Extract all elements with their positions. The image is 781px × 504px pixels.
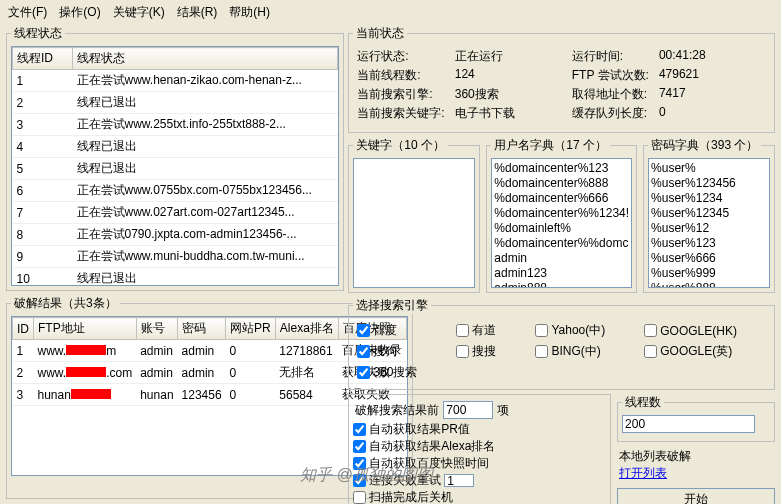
engine-yahoo[interactable]: Yahoo(中) <box>535 322 634 339</box>
chk-engine-yahoo[interactable] <box>535 324 548 337</box>
table-row[interactable]: 4线程已退出 <box>13 136 338 158</box>
engine-label: Yahoo(中) <box>551 322 605 339</box>
engine-label: 有道 <box>472 322 496 339</box>
thread-count-title: 线程数 <box>622 394 664 411</box>
opt-suffix: 项 <box>497 402 509 419</box>
thread-count-input[interactable] <box>622 415 755 433</box>
lbl-shutdown: 扫描完成后关机 <box>369 489 453 504</box>
keyword-list[interactable] <box>353 158 475 288</box>
table-row[interactable]: 1www.madminadmin012718861百度未收录 <box>13 340 407 362</box>
col-thread-id[interactable]: 线程ID <box>13 48 73 70</box>
list-item[interactable]: %user%123456 <box>651 176 767 191</box>
col-user[interactable]: 账号 <box>136 318 177 340</box>
list-item[interactable]: %user%999 <box>651 266 767 281</box>
engine-360[interactable]: 360搜索 <box>357 364 446 381</box>
keyword-dict-panel: 关键字（10 个） <box>348 137 480 293</box>
list-item[interactable]: %domaincenter%666 <box>494 191 629 206</box>
list-item[interactable]: %user%12 <box>651 221 767 236</box>
list-item[interactable]: admin123 <box>494 266 629 281</box>
engine-sogou[interactable]: 搜狗 <box>357 343 446 360</box>
table-row[interactable]: 9正在尝试www.muni-buddha.com.tw-muni... <box>13 246 338 268</box>
list-item[interactable]: %user%666 <box>651 251 767 266</box>
chk-alexa[interactable] <box>353 440 366 453</box>
chk-engine-360[interactable] <box>357 366 370 379</box>
lbl-run-time: 运行时间: <box>572 48 649 65</box>
crack-result-title: 破解结果（共3条） <box>11 295 120 312</box>
table-row[interactable]: 2线程已退出 <box>13 92 338 114</box>
chk-engine-sogou[interactable] <box>357 345 370 358</box>
table-row[interactable]: 1正在尝试www.henan-zikao.com-henan-z... <box>13 70 338 92</box>
list-item[interactable]: %user% <box>651 161 767 176</box>
col-ftp[interactable]: FTP地址 <box>34 318 137 340</box>
chk-pr[interactable] <box>353 423 366 436</box>
list-item[interactable]: %user%12345 <box>651 206 767 221</box>
table-row[interactable]: 5线程已退出 <box>13 158 338 180</box>
chk-baidu[interactable] <box>353 457 366 470</box>
lbl-alexa: 自动获取结果Alexa排名 <box>369 438 495 455</box>
pwd-list[interactable]: %user%%user%123456%user%1234%user%12345%… <box>648 158 770 288</box>
options-panel: 破解搜索结果前 项 自动获取结果PR值 自动获取结果Alexa排名 自动获取百度… <box>348 394 611 504</box>
val-thread-count: 124 <box>455 67 562 84</box>
pwd-dict-panel: 密码字典（393 个） %user%%user%123456%user%1234… <box>643 137 775 293</box>
engine-label: 百度 <box>373 322 397 339</box>
chk-engine-googlehk[interactable] <box>644 324 657 337</box>
val-run-time: 00:41:28 <box>659 48 766 65</box>
chk-engine-soso[interactable] <box>456 345 469 358</box>
chk-shutdown[interactable] <box>353 491 366 504</box>
menu-file[interactable]: 文件(F) <box>8 4 47 21</box>
lbl-got-urls: 取得地址个数: <box>572 86 649 103</box>
open-list-link[interactable]: 打开列表 <box>619 466 667 480</box>
table-row[interactable]: 3hunanhunan123456056584获取失败 <box>13 384 407 406</box>
user-list[interactable]: %domaincenter%123%domaincenter%888%domai… <box>491 158 632 288</box>
table-row[interactable]: 3正在尝试www.255txt.info-255txt888-2... <box>13 114 338 136</box>
engine-title: 选择搜索引擎 <box>353 297 431 314</box>
retry-count-input[interactable] <box>444 474 474 487</box>
chk-engine-youdao[interactable] <box>456 324 469 337</box>
thread-status-title: 线程状态 <box>11 25 65 42</box>
val-ftp-tries: 479621 <box>659 67 766 84</box>
list-item[interactable]: %domaincenter%123 <box>494 161 629 176</box>
menu-result[interactable]: 结果(R) <box>177 4 218 21</box>
col-pr[interactable]: 网站PR <box>226 318 276 340</box>
menu-bar: 文件(F) 操作(O) 关键字(K) 结果(R) 帮助(H) <box>0 0 781 25</box>
table-row[interactable]: 2www..comadminadmin0无排名获取失败 <box>13 362 407 384</box>
list-item[interactable]: %domainleft% <box>494 221 629 236</box>
opt-count-input[interactable] <box>443 401 493 419</box>
engine-bing[interactable]: BING(中) <box>535 343 634 360</box>
engine-label: BING(中) <box>551 343 600 360</box>
chk-retry[interactable] <box>353 474 366 487</box>
lbl-run-status: 运行状态: <box>357 48 444 65</box>
menu-keyword[interactable]: 关键字(K) <box>113 4 165 21</box>
thread-count-panel: 线程数 <box>617 394 775 442</box>
engine-baidu[interactable]: 百度 <box>357 322 446 339</box>
col-id[interactable]: ID <box>13 318 34 340</box>
chk-engine-googleen[interactable] <box>644 345 657 358</box>
menu-operate[interactable]: 操作(O) <box>59 4 100 21</box>
table-row[interactable]: 8正在尝试0790.jxpta.com-admin123456-... <box>13 224 338 246</box>
engine-googleen[interactable]: GOOGLE(英) <box>644 343 766 360</box>
table-row[interactable]: 6正在尝试www.0755bx.com-0755bx123456... <box>13 180 338 202</box>
col-alexa[interactable]: Alexa排名 <box>275 318 338 340</box>
table-row[interactable]: 10线程已退出 <box>13 268 338 287</box>
col-thread-status[interactable]: 线程状态 <box>73 48 338 70</box>
list-item[interactable]: %user%123 <box>651 236 767 251</box>
thread-table[interactable]: 线程ID 线程状态 1正在尝试www.henan-zikao.com-henan… <box>11 46 339 286</box>
menu-help[interactable]: 帮助(H) <box>229 4 270 21</box>
engine-googlehk[interactable]: GOOGLE(HK) <box>644 322 766 339</box>
list-item[interactable]: %domaincenter%888 <box>494 176 629 191</box>
table-row[interactable]: 7正在尝试www.027art.com-027art12345... <box>13 202 338 224</box>
list-item[interactable]: admin888 <box>494 281 629 288</box>
list-item[interactable]: %domaincenter%%domc <box>494 236 629 251</box>
list-item[interactable]: %user%888 <box>651 281 767 288</box>
thread-status-panel: 线程状态 线程ID 线程状态 1正在尝试www.henan-zikao.com-… <box>6 25 344 291</box>
list-item[interactable]: %user%1234 <box>651 191 767 206</box>
engine-soso[interactable]: 搜搜 <box>456 343 525 360</box>
local-list-label: 本地列表破解 <box>619 448 773 465</box>
col-pwd[interactable]: 密码 <box>178 318 226 340</box>
start-button[interactable]: 开始 <box>617 488 775 504</box>
chk-engine-baidu[interactable] <box>357 324 370 337</box>
list-item[interactable]: %domaincenter%%1234! <box>494 206 629 221</box>
list-item[interactable]: admin <box>494 251 629 266</box>
engine-youdao[interactable]: 有道 <box>456 322 525 339</box>
chk-engine-bing[interactable] <box>535 345 548 358</box>
